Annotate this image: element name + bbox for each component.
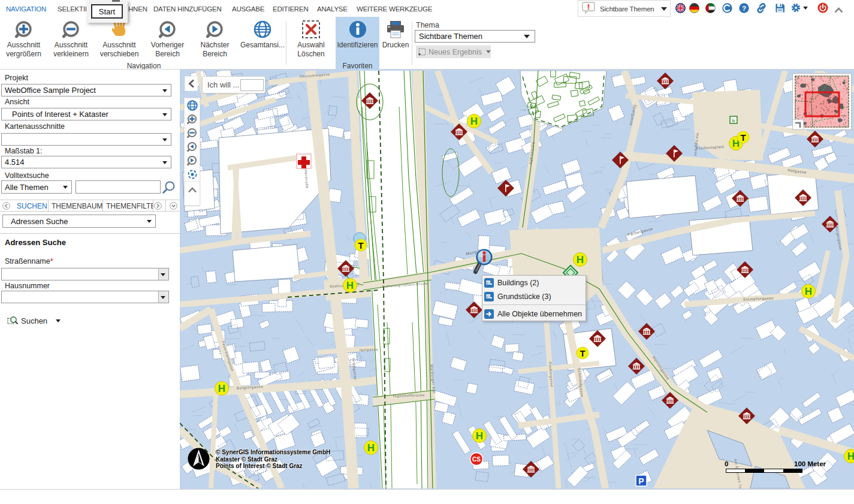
svg-text:H: H bbox=[805, 286, 812, 297]
svg-text:CS: CS bbox=[472, 456, 481, 463]
svg-text:H: H bbox=[346, 280, 354, 291]
svg-text:H: H bbox=[470, 116, 478, 127]
svg-text:T: T bbox=[740, 132, 746, 143]
svg-text:P: P bbox=[638, 476, 644, 486]
svg-text:?: ? bbox=[742, 5, 746, 12]
svg-text:Igelgasse: Igelgasse bbox=[360, 348, 378, 352]
svg-text:H: H bbox=[577, 254, 584, 265]
svg-text:T: T bbox=[358, 240, 363, 251]
svg-text:b: b bbox=[732, 118, 735, 123]
svg-text:H: H bbox=[476, 430, 483, 442]
svg-text:H: H bbox=[218, 383, 225, 394]
svg-text:T: T bbox=[580, 348, 585, 358]
svg-text:H: H bbox=[847, 451, 854, 462]
